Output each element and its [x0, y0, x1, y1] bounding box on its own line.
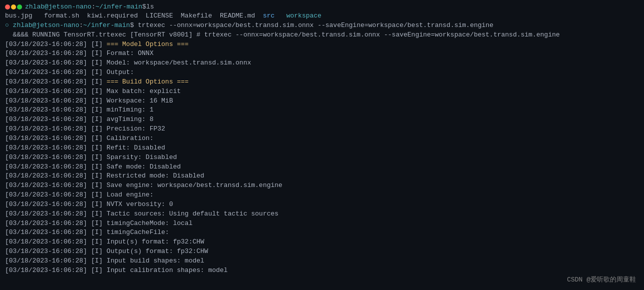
log-line-15: [03/18/2023-16:06:28] [I] Restricted mod…	[5, 172, 639, 181]
log-line-05: [03/18/2023-16:06:28] [I] === Build Opti…	[5, 78, 639, 87]
window-close-btn[interactable]	[5, 4, 10, 10]
log-line-20: [03/18/2023-16:06:28] [I] timingCacheMod…	[5, 219, 639, 228]
log-line-24: [03/18/2023-16:06:28] [I] Input build sh…	[5, 256, 639, 266]
log-line-08: [03/18/2023-16:06:28] [I] minTiming: 1	[5, 106, 639, 115]
log-line-07: [03/18/2023-16:06:28] [I] Workspace: 16 …	[5, 96, 639, 106]
log-line-03: [03/18/2023-16:06:28] [I] Model: workspa…	[5, 58, 639, 68]
prompt-line-2: ○ zhlab@jetson-nano:~/infer-main$ trtexe…	[5, 21, 639, 30]
prompt-colon-1: :	[92, 3, 96, 10]
log-line-09: [03/18/2023-16:06:28] [I] avgTiming: 8	[5, 115, 639, 124]
prompt-dollar-1: $	[142, 3, 146, 10]
terminal: zhlab@jetson-nano:~/infer-main$ ls bus.j…	[0, 0, 644, 290]
window-minimize-btn[interactable]	[11, 4, 16, 10]
log-line-18: [03/18/2023-16:06:28] [I] NVTX verbosity…	[5, 200, 639, 210]
running-line: &&&& RUNNING TensorRT.trtexec [TensorRT …	[5, 30, 639, 40]
log-line-16: [03/18/2023-16:06:28] [I] Save engine: w…	[5, 181, 639, 190]
prompt-host-1: zhlab@jetson-nano	[25, 3, 92, 10]
log-line-01: [03/18/2023-16:06:28] [I] === Model Opti…	[5, 40, 639, 50]
window-maximize-btn[interactable]	[17, 4, 22, 10]
log-line-25: [03/18/2023-16:06:28] [I] Input calibrat…	[5, 266, 639, 276]
log-line-06: [03/18/2023-16:06:28] [I] Max batch: exp…	[5, 87, 639, 96]
log-line-04: [03/18/2023-16:06:28] [I] Output:	[5, 68, 639, 78]
log-line-22: [03/18/2023-16:06:28] [I] Input(s) forma…	[5, 238, 639, 247]
watermark: CSDN @爱听歌的周童鞋	[567, 275, 636, 284]
log-line-23: [03/18/2023-16:06:28] [I] Output(s) form…	[5, 247, 639, 256]
log-line-21: [03/18/2023-16:06:28] [I] timingCacheFil…	[5, 228, 639, 238]
log-line-10: [03/18/2023-16:06:28] [I] Precision: FP3…	[5, 124, 639, 134]
prompt-path-1: ~/infer-main	[95, 3, 142, 10]
log-line-14: [03/18/2023-16:06:28] [I] Safe mode: Dis…	[5, 162, 639, 172]
prompt-line-1: zhlab@jetson-nano:~/infer-main$ ls	[5, 3, 639, 10]
log-line-19: [03/18/2023-16:06:28] [I] Tactic sources…	[5, 210, 639, 219]
cmd-ls: ls	[146, 3, 154, 10]
ls-output: bus.jpg format.sh kiwi.required LICENSE …	[5, 12, 639, 21]
log-line-12: [03/18/2023-16:06:28] [I] Refit: Disable…	[5, 144, 639, 153]
log-line-02: [03/18/2023-16:06:28] [I] Format: ONNX	[5, 49, 639, 58]
log-line-17: [03/18/2023-16:06:28] [I] Load engine:	[5, 190, 639, 200]
log-line-11: [03/18/2023-16:06:28] [I] Calibration:	[5, 134, 639, 144]
log-line-13: [03/18/2023-16:06:28] [I] Sparsity: Disa…	[5, 153, 639, 162]
